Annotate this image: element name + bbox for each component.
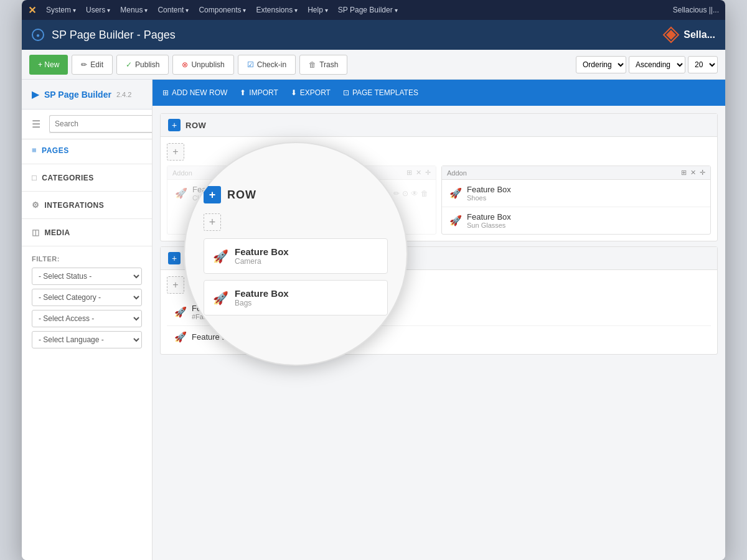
sidebar-item-integrations[interactable]: ⚙ INTEGRATIONS <box>22 194 152 216</box>
zoom-add-col-button[interactable]: + <box>204 213 221 231</box>
count-select[interactable]: 20 <box>688 56 718 73</box>
direction-select[interactable]: Ascending <box>629 56 685 73</box>
col-1-2-addon-bar: Addon ⊞ ✕ ✛ <box>442 166 710 180</box>
add-col-button-1[interactable]: + <box>167 143 184 161</box>
addon-label: Addon <box>172 169 192 177</box>
feature-actions-clothing: ✏ ⊙ 👁 🗑 <box>393 189 428 198</box>
sellacious-topnav: Sellacious ||... <box>673 6 719 14</box>
checkin-button[interactable]: ☑ Check-in <box>238 55 296 75</box>
diamond-icon <box>662 26 680 44</box>
feature-item-shoes: 🚀 Feature Box Shoes <box>442 180 710 207</box>
categories-icon: □ <box>32 173 37 182</box>
content-arrow: ▾ <box>186 7 189 14</box>
publish-button[interactable]: ✓ Publish <box>116 55 169 75</box>
video-section-plus-button[interactable]: + <box>168 252 181 264</box>
row-1-header: + ROW <box>161 114 717 137</box>
zoom-plus-icon[interactable]: + <box>204 186 221 203</box>
sellacious-brand-text: Sella... <box>684 29 715 40</box>
trash-button[interactable]: 🗑 Trash <box>299 55 347 75</box>
feature-item-sunglasses: 🚀 Feature Box Sun Glasses <box>442 207 710 234</box>
nav-system[interactable]: System ▾ <box>46 6 76 14</box>
zoom-overlay: + ROW + 🚀 Feature Box Camera 🚀 <box>184 142 408 366</box>
edit-feature-icon[interactable]: ✏ <box>393 189 400 198</box>
export-button[interactable]: ⬇ EXPORT <box>291 86 331 100</box>
filter-category-select[interactable]: - Select Category - <box>32 289 142 306</box>
templates-icon: ⊡ <box>343 88 349 97</box>
sellacious-header-logo: Sella... <box>662 26 715 44</box>
nav-users[interactable]: Users ▾ <box>86 6 110 14</box>
trash-icon: 🗑 <box>309 60 316 69</box>
ordering-select[interactable]: Ordering <box>576 56 626 73</box>
row-1-plus-button[interactable]: + <box>168 119 181 131</box>
sidebar-header: ▶ SP Page Builder 2.4.2 <box>22 80 152 110</box>
nav-content[interactable]: Content ▾ <box>157 6 189 14</box>
zoom-row-header: + ROW <box>204 186 388 203</box>
checkin-icon: ☑ <box>247 60 254 69</box>
addon-x-icon[interactable]: ✕ <box>416 169 421 177</box>
delete-feature-icon[interactable]: 🗑 <box>421 189 428 198</box>
feature-rocket-fashion-icon: 🚀 <box>174 306 187 318</box>
search-container: 🔍 <box>49 115 153 133</box>
content-area: ⊞ ADD NEW ROW ⬆ IMPORT ⬇ EXPORT ⊡ PAGE T… <box>153 80 725 560</box>
zoom-rocket-bags-icon: 🚀 <box>213 291 228 306</box>
components-arrow: ▾ <box>243 7 246 14</box>
zoom-feature-bags: 🚀 Feature Box Bags <box>204 280 388 315</box>
addon-x-icon-2[interactable]: ✕ <box>690 169 696 177</box>
sidebar-item-media[interactable]: ◫ MEDIA <box>22 222 152 243</box>
eye-feature-icon[interactable]: 👁 <box>411 189 418 198</box>
hamburger-icon[interactable]: ☰ <box>27 113 45 135</box>
sidebar: ▶ SP Page Builder 2.4.2 ☰ 🔍 ≡ PAGES □ CA… <box>22 80 153 560</box>
joomla-logo: ✕ <box>28 4 36 16</box>
filter-status-select[interactable]: - Select Status - <box>32 268 142 285</box>
toolbar: + New ✏ Edit ✓ Publish ⊗ Unpublish ☑ Che… <box>22 50 725 80</box>
nav-menus[interactable]: Menus ▾ <box>120 6 148 14</box>
add-row-button[interactable]: ⊞ ADD NEW ROW <box>162 86 227 100</box>
addon-share-icon-2[interactable]: ⊞ <box>681 169 687 177</box>
zoom-feature-camera: 🚀 Feature Box Camera <box>204 238 388 274</box>
filter-language-select[interactable]: - Select Language - <box>32 331 142 348</box>
nav-sp-page-builder[interactable]: SP Page Builder ▾ <box>338 6 398 14</box>
page-templates-button[interactable]: ⊡ PAGE TEMPLATES <box>343 86 418 100</box>
zoom-feature-bags-info: Feature Box Bags <box>235 288 289 307</box>
zoom-rocket-camera-icon: 🚀 <box>213 249 228 264</box>
spb-brand-name: SP Page Builder <box>44 90 111 100</box>
unpublish-x-icon: ⊗ <box>182 60 188 69</box>
nav-extensions[interactable]: Extensions ▾ <box>256 6 298 14</box>
feature-rocket-sunglasses-icon: 🚀 <box>449 215 462 226</box>
main-container: ▶ SP Page Builder 2.4.2 ☰ 🔍 ≡ PAGES □ CA… <box>22 80 725 560</box>
addon-move-icon-2[interactable]: ✛ <box>700 169 705 177</box>
filter-access-select[interactable]: - Select Access - <box>32 310 142 327</box>
ordering-controls: Ordering Ascending 20 <box>576 56 718 73</box>
feature-box-shoes-sub: Shoes <box>467 194 511 202</box>
zoom-inner: + ROW + 🚀 Feature Box Camera 🚀 <box>185 143 406 365</box>
zoom-feature-camera-info: Feature Box Camera <box>235 246 289 266</box>
new-button[interactable]: + New <box>29 55 68 75</box>
sidebar-item-categories[interactable]: □ CATEGORIES <box>22 167 152 189</box>
spb-version: 2.4.2 <box>116 91 131 98</box>
nav-help[interactable]: Help ▾ <box>308 6 328 14</box>
nav-components[interactable]: Components ▾ <box>199 6 246 14</box>
search-input[interactable] <box>49 115 153 133</box>
add-col-button-video[interactable]: + <box>167 276 184 294</box>
edit-icon: ✏ <box>81 60 87 69</box>
addon-move-icon[interactable]: ✛ <box>425 169 431 177</box>
media-icon: ◫ <box>32 228 40 237</box>
feature-box-sunglasses-title: Feature Box <box>467 212 511 222</box>
col-1-2: Addon ⊞ ✕ ✛ 🚀 Feature Box Shoes <box>441 166 711 235</box>
edit-button[interactable]: ✏ Edit <box>72 55 113 75</box>
zoom-feature-bags-title: Feature Box <box>235 288 289 299</box>
row-1-label: ROW <box>186 121 206 130</box>
copy-feature-icon[interactable]: ⊙ <box>402 189 408 198</box>
import-button[interactable]: ⬆ IMPORT <box>240 86 278 100</box>
extensions-arrow: ▾ <box>294 7 298 14</box>
sidebar-item-pages[interactable]: ≡ PAGES <box>22 139 152 161</box>
top-nav-bar: ✕ System ▾ Users ▾ Menus ▾ Content ▾ Com… <box>22 0 725 20</box>
import-icon: ⬆ <box>240 88 246 97</box>
feature-rocket-icon: 🚀 <box>175 187 187 199</box>
help-arrow: ▾ <box>325 7 328 14</box>
filter-label: FILTER: <box>32 255 142 263</box>
header-bar: ● SP Page Builder - Pages Sella... <box>22 20 725 50</box>
feature-box-shoes-title: Feature Box <box>467 185 511 194</box>
unpublish-button[interactable]: ⊗ Unpublish <box>172 55 233 75</box>
addon-share-icon[interactable]: ⊞ <box>406 169 412 177</box>
